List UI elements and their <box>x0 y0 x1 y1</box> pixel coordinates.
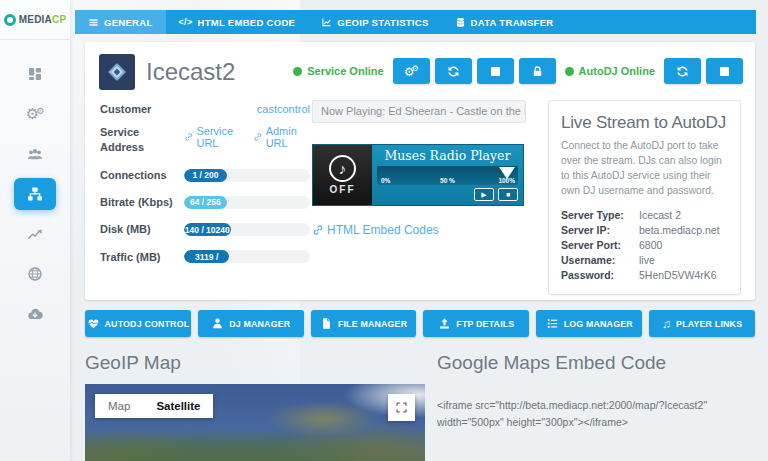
users-icon <box>27 146 43 162</box>
stop-icon <box>491 67 500 76</box>
stop-button[interactable]: ■ <box>498 188 518 201</box>
bitrate-row: Bitrate (Kbps) 64 / 256 <box>100 195 310 209</box>
music-note-icon: ♪ <box>329 155 356 182</box>
player-column: Now Playing: Ed Sheeran - Castle on the … <box>312 100 526 240</box>
connections-label: Connections <box>100 168 184 182</box>
sidebar: MEDIACP ⚙⚙ <box>0 0 70 461</box>
progress-fill: 64 / 256 <box>184 196 227 209</box>
file-manager-button[interactable]: FILE MANAGER <box>311 310 417 337</box>
log-list-icon <box>546 317 559 330</box>
autodj-panel-title: Live Stream to AutoDJ <box>561 113 728 133</box>
link-icon <box>184 131 193 143</box>
geoip-map[interactable]: Map Satellite <box>85 384 425 461</box>
tab-geoip-statistics[interactable]: GEOIP STATISTICS <box>308 10 441 34</box>
sidebar-item-network[interactable] <box>14 258 56 290</box>
volume-handle-icon[interactable] <box>499 167 515 179</box>
customer-row: Customer castcontrol <box>100 102 310 116</box>
service-details: Customer castcontrol Service Address Ser… <box>100 102 310 277</box>
html-embed-codes-link[interactable]: HTML Embed Codes <box>312 223 439 237</box>
upload-icon <box>438 317 451 330</box>
autodj-control-button[interactable]: AUTODJ CONTROL <box>85 310 191 337</box>
service-lock-button[interactable] <box>519 58 556 84</box>
mediacp-logo-icon <box>4 14 16 26</box>
volume-slider[interactable]: 0% 50 % 100% <box>377 166 518 185</box>
traffic-label: Traffic (MB) <box>100 250 184 264</box>
log-manager-button[interactable]: LOG MANAGER <box>536 310 642 337</box>
sidebar-item-services[interactable] <box>14 178 56 210</box>
stop-icon <box>720 67 729 76</box>
server-type-value: Icecast 2 <box>639 209 681 221</box>
service-stop-button[interactable] <box>477 58 514 84</box>
gmaps-embed-code: <iframe src="http://beta.mediacp.net:200… <box>437 397 755 432</box>
player-off-panel[interactable]: ♪ OFF <box>313 145 372 205</box>
status-dot-icon <box>565 67 574 76</box>
sync-icon <box>447 65 460 78</box>
play-icon: ▶ <box>481 191 486 199</box>
disk-label: Disk (MB) <box>100 222 184 236</box>
file-icon <box>320 317 333 330</box>
customer-label: Customer <box>100 102 184 116</box>
player-controls: ▶ ■ <box>372 185 523 201</box>
html-embed-codes-row: HTML Embed Codes <box>312 222 526 240</box>
service-address-row: Service Address Service URL Admin URL <box>100 125 310 154</box>
brand-logo[interactable]: MEDIACP <box>0 0 70 40</box>
sidebar-nav: ⚙⚙ <box>0 40 70 330</box>
player-title: Muses Radio Player <box>372 145 523 163</box>
stop-icon: ■ <box>506 191 510 198</box>
tab-data-transfer[interactable]: DATA TRANSFER <box>442 10 567 34</box>
icecast-service-icon <box>99 54 135 90</box>
dj-manager-button[interactable]: DJ MANAGER <box>198 310 304 337</box>
player-body: Muses Radio Player 0% 50 % 100% ▶ ■ <box>372 145 523 205</box>
service-config-button[interactable]: ⚙⚙ <box>393 58 430 84</box>
service-restart-button[interactable] <box>435 58 472 84</box>
server-type-row: Server Type:Icecast 2 <box>561 209 728 221</box>
traffic-progressbar: 3119 / <box>184 250 310 263</box>
service-status: Service Online <box>293 65 383 77</box>
sidebar-item-settings[interactable]: ⚙⚙ <box>14 98 56 130</box>
cogs-icon: ⚙⚙ <box>404 62 419 80</box>
database-icon <box>455 17 466 28</box>
progress-fill: 1 / 200 <box>184 169 227 182</box>
service-address-label: Service Address <box>100 125 184 154</box>
action-buttons: AUTODJ CONTROL DJ MANAGER FILE MANAGER F… <box>85 310 755 337</box>
tab-general[interactable]: GENERAL <box>75 10 166 34</box>
brand-text: MEDIACP <box>19 14 67 25</box>
list-bars-icon <box>88 17 99 28</box>
disk-row: Disk (MB) 140 / 10240 <box>100 222 310 236</box>
now-playing-field[interactable]: Now Playing: Ed Sheeran - Castle on the … <box>312 100 526 123</box>
geoip-title: GeoIP Map <box>85 352 425 374</box>
sidebar-item-statistics[interactable] <box>14 218 56 250</box>
bitrate-label: Bitrate (Kbps) <box>100 195 184 209</box>
ftp-details-button[interactable]: FTP DETAILS <box>423 310 529 337</box>
volume-tick: 50 % <box>440 177 455 184</box>
satellite-view-button[interactable]: Satellite <box>143 394 213 418</box>
autodj-stop-button[interactable] <box>706 58 743 84</box>
globe-icon <box>27 266 43 282</box>
map-fullscreen-button[interactable] <box>388 394 415 421</box>
autodj-restart-button[interactable] <box>664 58 701 84</box>
sidebar-item-downloads[interactable] <box>14 298 56 330</box>
heart-pulse-icon <box>87 317 100 330</box>
map-view-button[interactable]: Map <box>95 394 143 418</box>
server-port-value: 6800 <box>639 239 662 251</box>
disk-progressbar: 140 / 10240 <box>184 223 310 236</box>
service-url-link[interactable]: Service URL <box>184 125 245 149</box>
gears-icon: ⚙⚙ <box>26 105 45 123</box>
muses-radio-player[interactable]: ♪ OFF Muses Radio Player 0% 50 % 100% ▶ … <box>312 144 524 206</box>
player-links-button[interactable]: ♫PLAYER LINKS <box>649 310 755 337</box>
password-row: Password:5HenD5VW4rK6 <box>561 269 728 281</box>
service-header: Icecast2 <box>99 54 235 90</box>
sidebar-item-dashboard[interactable] <box>14 58 56 90</box>
link-icon <box>253 131 262 143</box>
username-row: Username:live <box>561 254 728 266</box>
sidebar-item-customers[interactable] <box>14 138 56 170</box>
username-value: live <box>639 254 655 266</box>
admin-url-link[interactable]: Admin URL <box>253 125 310 149</box>
tab-html-embed-code[interactable]: </>HTML EMBED CODE <box>166 10 309 34</box>
service-card: Icecast2 Service Online ⚙⚙ AutoDJ Online… <box>85 42 755 300</box>
customer-link[interactable]: castcontrol <box>257 103 310 115</box>
play-button[interactable]: ▶ <box>474 188 494 201</box>
player-off-label: OFF <box>330 184 356 195</box>
bitrate-progressbar: 64 / 256 <box>184 196 310 209</box>
status-dot-icon <box>293 67 302 76</box>
